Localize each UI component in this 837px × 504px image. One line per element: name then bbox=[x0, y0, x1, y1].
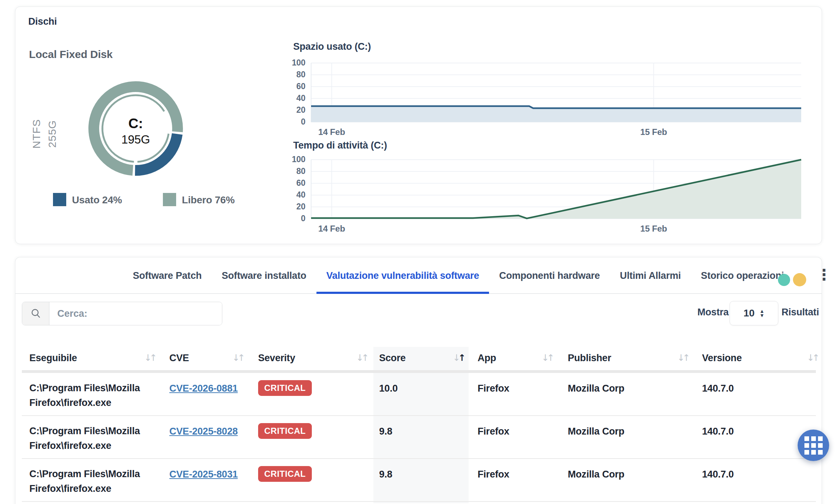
x-axis-tick-label: 15 Feb bbox=[634, 224, 673, 234]
cell-eseguibile: C:\Program Files\Mozilla Firefox\firefox… bbox=[29, 424, 153, 453]
x-axis-tick-label: 14 Feb bbox=[312, 224, 351, 234]
legend-used-swatch bbox=[53, 193, 66, 206]
vulnerability-panel-card: Software Patch Software installato Valut… bbox=[15, 257, 822, 504]
severity-badge: CRITICAL bbox=[258, 423, 312, 439]
cell-app: Firefox bbox=[478, 426, 509, 437]
tab-software-patch[interactable]: Software Patch bbox=[123, 257, 212, 294]
cell-versione: 140.7.0 bbox=[702, 426, 734, 437]
y-axis-tick-label: 60 bbox=[283, 178, 305, 188]
search-box bbox=[22, 302, 222, 325]
sort-icon[interactable]: ↓↑ bbox=[807, 353, 818, 363]
severity-cell: CRITICAL bbox=[258, 423, 312, 439]
sort-icon[interactable]: ↓↑ bbox=[356, 353, 367, 363]
tab-bar: Software Patch Software installato Valut… bbox=[15, 257, 822, 294]
y-axis-tick-label: 20 bbox=[283, 202, 305, 212]
severity-badge: CRITICAL bbox=[258, 466, 312, 482]
sort-icon-active[interactable]: ↓↑ bbox=[453, 353, 464, 363]
y-axis-tick-label: 40 bbox=[283, 93, 305, 103]
cell-score: 9.8 bbox=[379, 469, 392, 480]
tab-valutazione-vulnerabilita-software[interactable]: Valutazione vulnerabilità software bbox=[316, 257, 489, 294]
space-used-chart: 02040608010014 Feb15 Feb bbox=[283, 54, 804, 140]
active-time-chart: 02040608010014 Feb15 Feb bbox=[283, 151, 804, 237]
severity-badge: CRITICAL bbox=[258, 380, 312, 396]
cell-versione: 140.7.0 bbox=[702, 383, 734, 394]
cell-eseguibile: C:\Program Files\Mozilla Firefox\firefox… bbox=[29, 381, 153, 410]
y-axis-tick-label: 60 bbox=[283, 82, 305, 91]
sort-icon[interactable]: ↓↑ bbox=[232, 353, 243, 363]
cell-score: 10.0 bbox=[379, 383, 398, 394]
tab-storico-operazioni[interactable]: Storico operazioni bbox=[691, 257, 794, 294]
cve-link[interactable]: CVE-2025-8031 bbox=[169, 469, 238, 480]
page-size-value: 10 bbox=[744, 307, 755, 319]
table-row: C:\Program Files\Mozilla Firefox\firefox… bbox=[22, 373, 816, 416]
cell-score: 9.8 bbox=[379, 426, 392, 437]
legend-used-label: Usato 24% bbox=[72, 194, 122, 206]
disk-fs-size-labels: NTFS 255G bbox=[29, 94, 68, 173]
col-header-app[interactable]: App bbox=[478, 353, 496, 364]
sort-icon[interactable]: ↓↑ bbox=[542, 353, 552, 363]
disks-card: Dischi Local Fixed Disk NTFS 255G C: 195… bbox=[15, 6, 822, 244]
results-label: Risultati bbox=[782, 307, 819, 318]
y-axis-tick-label: 100 bbox=[283, 58, 305, 68]
cve-link[interactable]: CVE-2025-8028 bbox=[169, 426, 238, 437]
active-time-chart-title: Tempo di attività (C:) bbox=[293, 140, 387, 151]
col-header-versione[interactable]: Versione bbox=[702, 353, 742, 364]
search-icon bbox=[22, 302, 49, 325]
disks-card-title: Dischi bbox=[28, 16, 57, 27]
donut-center-value: 195G bbox=[82, 133, 189, 146]
disk-fs-label: NTFS bbox=[29, 94, 44, 173]
table-header-divider bbox=[22, 370, 816, 373]
cell-app: Firefox bbox=[478, 469, 509, 480]
col-header-score[interactable]: Score bbox=[379, 353, 406, 364]
teal-status-dot bbox=[778, 274, 790, 286]
cell-versione: 140.7.0 bbox=[702, 469, 734, 480]
yellow-status-dot bbox=[793, 273, 806, 286]
x-axis-tick-label: 14 Feb bbox=[312, 127, 351, 137]
y-axis-tick-label: 0 bbox=[283, 117, 305, 127]
tab-software-installato[interactable]: Software installato bbox=[212, 257, 316, 294]
y-axis-tick-label: 100 bbox=[283, 155, 305, 164]
y-axis-tick-label: 80 bbox=[283, 166, 305, 176]
cell-eseguibile: C:\Program Files\Mozilla Firefox\firefox… bbox=[29, 467, 153, 496]
search-input[interactable] bbox=[49, 302, 222, 325]
disk-size-label: 255G bbox=[44, 94, 60, 173]
legend-free-label: Libero 76% bbox=[182, 194, 234, 206]
col-header-publisher[interactable]: Publisher bbox=[568, 353, 611, 364]
y-axis-tick-label: 0 bbox=[283, 214, 305, 223]
tabs: Software Patch Software installato Valut… bbox=[123, 257, 794, 294]
kebab-menu-icon[interactable]: ⋮ bbox=[817, 266, 832, 284]
select-arrows-icon: ▲▼ bbox=[760, 309, 765, 318]
page-size-select[interactable]: 10 ▲▼ bbox=[730, 301, 778, 325]
donut-center-label: C: bbox=[82, 116, 189, 131]
sort-icon[interactable]: ↓↑ bbox=[677, 353, 688, 363]
cell-publisher: Mozilla Corp bbox=[568, 383, 624, 394]
tab-componenti-hardware[interactable]: Componenti hardware bbox=[489, 257, 610, 294]
grid-icon bbox=[804, 436, 823, 455]
space-used-chart-title: Spazio usato (C:) bbox=[293, 41, 371, 52]
y-axis-tick-label: 40 bbox=[283, 190, 305, 200]
col-header-severity[interactable]: Severity bbox=[258, 353, 295, 364]
y-axis-tick-label: 80 bbox=[283, 70, 305, 79]
table-row: C:\Program Files\Mozilla Firefox\firefox… bbox=[22, 416, 816, 459]
col-header-eseguibile[interactable]: Eseguibile bbox=[29, 353, 77, 364]
table-row: C:\Program Files\Mozilla Firefox\firefox… bbox=[22, 459, 816, 502]
cell-app: Firefox bbox=[478, 383, 509, 394]
cve-link[interactable]: CVE-2026-0881 bbox=[169, 383, 238, 394]
tab-ultimi-allarmi[interactable]: Ultimi Allarmi bbox=[610, 257, 691, 294]
col-header-cve[interactable]: CVE bbox=[169, 353, 189, 364]
sort-icon[interactable]: ↓↑ bbox=[144, 353, 155, 363]
disk-name: Local Fixed Disk bbox=[29, 48, 113, 60]
severity-cell: CRITICAL bbox=[258, 466, 312, 482]
x-axis-tick-label: 15 Feb bbox=[634, 127, 673, 137]
y-axis-tick-label: 20 bbox=[283, 105, 305, 115]
severity-cell: CRITICAL bbox=[258, 380, 312, 396]
show-label: Mostra bbox=[697, 307, 729, 318]
disk-legend: Usato 24% Libero 76% bbox=[15, 193, 266, 207]
cell-publisher: Mozilla Corp bbox=[568, 426, 624, 437]
legend-free-swatch bbox=[163, 193, 176, 206]
cell-publisher: Mozilla Corp bbox=[568, 469, 624, 480]
app-grid-fab-button[interactable] bbox=[798, 430, 829, 461]
